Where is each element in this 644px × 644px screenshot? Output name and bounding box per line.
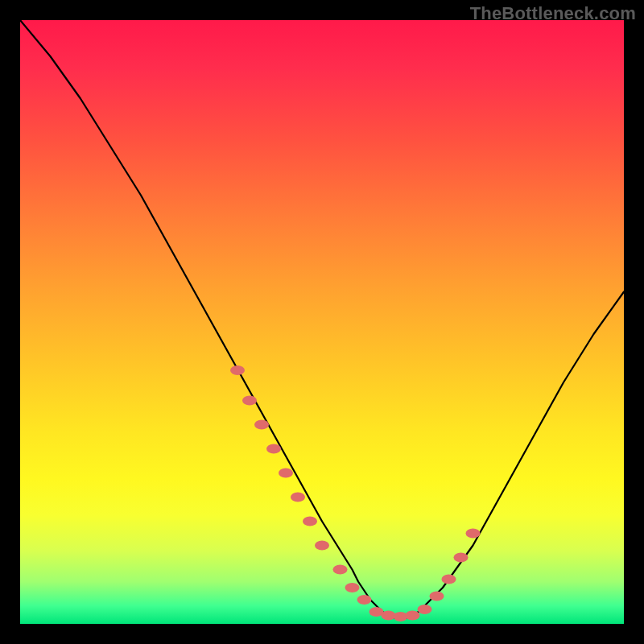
- highlight-dot: [266, 444, 281, 454]
- highlight-dot: [406, 611, 420, 621]
- highlight-dot: [454, 553, 469, 563]
- highlight-dot: [418, 605, 432, 614]
- chart-container: TheBottleneck.com: [0, 0, 644, 644]
- highlight-dots: [230, 365, 481, 621]
- curve-svg: [20, 20, 624, 624]
- highlight-dot: [315, 541, 329, 551]
- highlight-dot: [242, 396, 257, 406]
- highlight-dot: [291, 493, 305, 502]
- bottleneck-curve: [20, 20, 624, 618]
- highlight-dot: [430, 592, 444, 601]
- highlight-dot: [303, 517, 317, 526]
- highlight-dot: [357, 595, 372, 605]
- highlight-dot: [333, 565, 348, 575]
- highlight-dot: [345, 583, 360, 592]
- highlight-dot: [279, 469, 293, 478]
- plot-area: [20, 20, 624, 624]
- highlight-dot: [230, 365, 245, 375]
- highlight-dot: [466, 529, 481, 539]
- highlight-dot: [254, 420, 269, 430]
- watermark-text: TheBottleneck.com: [470, 3, 636, 24]
- highlight-dot: [442, 575, 456, 584]
